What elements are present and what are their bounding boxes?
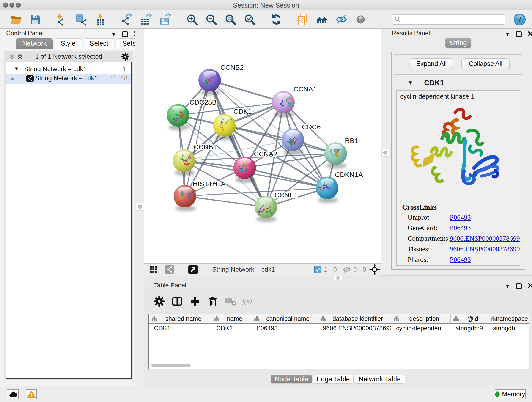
network-node-rb1[interactable] [324, 142, 347, 169]
tab-network-table[interactable]: Network Table [354, 375, 405, 383]
tab-style[interactable]: Style [55, 38, 82, 49]
import-network-icon[interactable] [55, 12, 69, 27]
protein-section-header[interactable]: ▼ CDK1 [394, 76, 522, 89]
crosslink-link[interactable]: 9606.ENSP00000378699 [450, 245, 520, 253]
string-document-icon[interactable] [296, 12, 310, 27]
hidden-eye-icon[interactable] [342, 265, 351, 274]
gear-icon[interactable] [121, 52, 129, 62]
control-panel-menu-icon[interactable]: ▼ [111, 32, 116, 37]
horizontal-split-divider[interactable] [144, 275, 532, 281]
table-cell[interactable]: 9606.ENSP00000378699 [318, 324, 391, 333]
column-header-description[interactable]: description [391, 314, 451, 323]
show-hidden-icon[interactable] [353, 12, 368, 27]
table-horizontal-scrollbar[interactable] [151, 364, 191, 367]
column-header-namespace[interactable]: namespace [488, 314, 529, 323]
tab-network[interactable]: Network [16, 38, 53, 49]
help-icon[interactable]: ? [512, 12, 527, 27]
cloud-icon[interactable] [7, 389, 19, 399]
right-split-divider[interactable] [381, 29, 390, 275]
table-row[interactable]: CDK1CDK1P064939606.ENSP00000378699cyclin… [149, 324, 529, 333]
crosslink-link[interactable]: P06493 [450, 224, 471, 232]
network-node-ccnb2[interactable] [198, 69, 221, 95]
network-node-cdc6[interactable] [282, 128, 304, 155]
toolbar-separator [49, 13, 49, 26]
open-new-window-icon[interactable] [188, 265, 198, 274]
results-panel-float-icon[interactable] [516, 32, 522, 37]
delete-entry-icon[interactable] [206, 295, 220, 308]
table-panel-float-icon[interactable] [516, 283, 522, 289]
network-node-hist1h1a[interactable] [174, 185, 198, 211]
zoom-fit-icon[interactable] [223, 12, 238, 27]
left-split-divider[interactable] [135, 29, 145, 386]
export-image-icon[interactable] [158, 12, 173, 27]
tab-string[interactable]: String [445, 38, 471, 48]
expand-all-button[interactable]: Expand All [410, 58, 453, 69]
close-window-icon[interactable] [3, 2, 8, 7]
warning-icon[interactable] [26, 389, 37, 399]
crosslink-link[interactable]: P06493 [450, 213, 471, 221]
collapse-all-button[interactable]: Collapse All [462, 58, 510, 69]
collection-collapse-icon[interactable]: ▼ [14, 66, 19, 72]
network-node-ccnb1[interactable] [173, 149, 195, 176]
network-node-ccna1[interactable] [272, 91, 296, 117]
horizontal-divider-handle[interactable] [334, 276, 342, 280]
table-cell[interactable]: P06493 [251, 324, 318, 333]
column-header-database-identifier[interactable]: database identifier [318, 314, 391, 323]
selection-checkbox-icon[interactable] [314, 265, 321, 274]
crosslink-link[interactable]: P06493 [450, 255, 471, 263]
results-panel-menu-icon[interactable]: ▼ [505, 32, 510, 37]
refresh-view-icon[interactable] [269, 12, 284, 27]
network-node-cdc25b[interactable] [167, 104, 189, 130]
network-node-ccne1[interactable] [254, 196, 277, 222]
network-row-selected[interactable]: ● String Network – cdk1 11 48 [6, 74, 131, 84]
fit-selection-icon[interactable] [369, 265, 380, 274]
import-table-icon[interactable] [93, 12, 108, 27]
network-node-cdkn1a[interactable] [312, 176, 338, 203]
tab-node-table[interactable]: Node Table [271, 375, 312, 383]
column-header-id[interactable]: @id [451, 314, 488, 323]
table-cell[interactable]: CDK1 [149, 324, 211, 333]
table-panel-menu-icon[interactable]: ▼ [505, 284, 510, 288]
crosslink-link[interactable]: 9606.ENSP00000378699 [450, 235, 520, 242]
left-divider-handle[interactable] [136, 203, 144, 211]
search-input[interactable] [392, 14, 505, 25]
control-panel-float-icon[interactable] [122, 32, 128, 37]
column-header-shared-name[interactable]: shared name [149, 314, 211, 323]
add-entry-icon[interactable] [188, 295, 202, 308]
grid-mode-icon[interactable] [149, 265, 158, 274]
table-cell[interactable]: cyclin-dependent ... [391, 324, 451, 333]
network-node-ccna2[interactable] [234, 157, 256, 183]
maximize-window-icon[interactable] [16, 2, 21, 7]
tab-edge-table[interactable]: Edge Table [313, 375, 354, 383]
table-cell[interactable]: stringdb [488, 324, 529, 333]
network-collection-row[interactable]: ▼ String Network – cdk1 1 [6, 64, 131, 75]
zoom-out-icon[interactable] [204, 12, 219, 27]
results-panel-close-icon[interactable] [528, 31, 532, 37]
table-panel-close-icon[interactable] [528, 283, 532, 289]
column-header-canonical-name[interactable]: canonical name [251, 314, 318, 323]
protein-collapse-icon[interactable]: ▼ [408, 80, 413, 86]
export-network-icon[interactable] [120, 12, 134, 27]
network-canvas[interactable]: CCNB2CCNA1CDC25BCDK1CDC6RB1CCNB1CCNA2CDK… [144, 29, 381, 263]
export-table-icon[interactable] [139, 12, 153, 27]
save-session-icon[interactable] [28, 12, 43, 27]
network-overview-icon[interactable] [315, 12, 329, 27]
table-settings-icon[interactable] [152, 295, 166, 308]
tab-select[interactable]: Select [84, 38, 114, 49]
column-header-name[interactable]: name [211, 314, 251, 323]
toolbar-separator [179, 13, 179, 26]
import-database-icon[interactable] [74, 12, 89, 27]
table-cell[interactable]: CDK1 [211, 324, 251, 333]
open-session-icon[interactable] [9, 12, 23, 27]
right-divider-handle[interactable] [381, 149, 389, 157]
zoom-in-icon[interactable] [185, 12, 199, 27]
hide-selected-icon[interactable] [334, 12, 349, 27]
table-cell[interactable]: stringdb:9... [451, 324, 488, 333]
network-node-cdk1[interactable] [213, 114, 235, 140]
network-share-icon[interactable] [165, 265, 174, 274]
zoom-selected-icon[interactable] [242, 12, 257, 27]
network-node-count: 11 [110, 75, 117, 82]
memory-button[interactable]: Memory [495, 389, 526, 399]
toggle-columns-icon[interactable] [171, 295, 184, 308]
minimize-window-icon[interactable] [9, 2, 14, 7]
